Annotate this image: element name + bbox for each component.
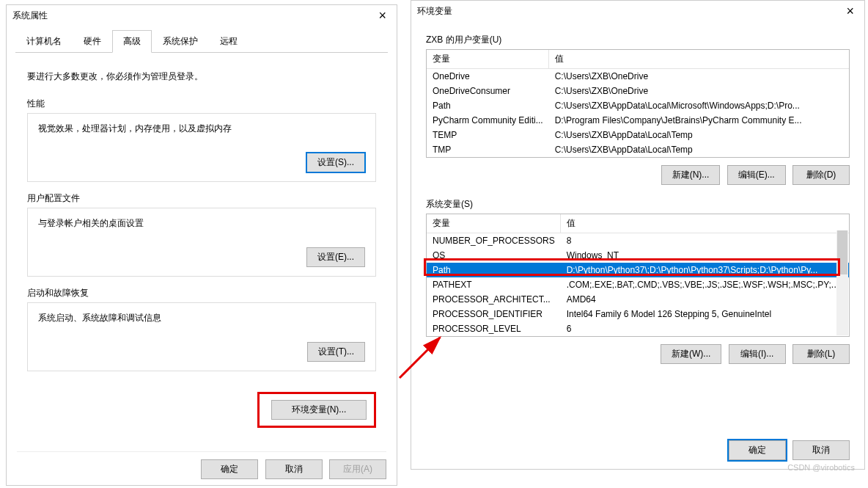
cell-val: .COM;.EXE;.BAT;.CMD;.VBS;.VBE;.JS;.JSE;.… bbox=[561, 277, 849, 292]
cell-val: Windows_NT bbox=[561, 248, 849, 263]
dialog-title: 系统属性 bbox=[12, 10, 48, 22]
tab-content: 要进行大多数更改，你必须作为管理员登录。 性能 视觉效果，处理器计划，内存使用，… bbox=[7, 53, 397, 440]
tab-system-protection[interactable]: 系统保护 bbox=[152, 30, 209, 53]
env-button-highlight: 环境变量(N)... bbox=[257, 392, 376, 428]
cell-var: PATHEXT bbox=[427, 277, 561, 292]
cell-var: OS bbox=[427, 248, 561, 263]
scrollbar-thumb[interactable] bbox=[837, 230, 847, 274]
cell-val: 6 bbox=[561, 321, 849, 336]
cell-var: NUMBER_OF_PROCESSORS bbox=[427, 233, 561, 249]
edit-sys-var-button[interactable]: 编辑(I)... bbox=[729, 344, 786, 364]
cell-var: PROCESSOR_ARCHITECT... bbox=[427, 292, 561, 307]
table-row[interactable]: OneDriveC:\Users\ZXB\OneDrive bbox=[427, 69, 849, 84]
delete-sys-var-button[interactable]: 删除(L) bbox=[792, 344, 850, 364]
scrollbar[interactable] bbox=[836, 230, 848, 335]
close-icon[interactable]: × bbox=[842, 4, 858, 19]
environment-variables-dialog: 环境变量 × ZXB 的用户变量(U) 变量 值 OneDriveC:\User… bbox=[411, 0, 865, 470]
cell-val: C:\Users\ZXB\AppData\Local\Temp bbox=[549, 128, 849, 142]
cell-var: PROCESSOR_LEVEL bbox=[427, 321, 561, 336]
tab-remote[interactable]: 远程 bbox=[209, 30, 249, 53]
performance-group: 性能 视觉效果，处理器计划，内存使用，以及虚拟内存 设置(S)... bbox=[27, 98, 376, 182]
system-vars-section: 系统变量(S) 变量 值 NUMBER_OF_PROCESSORS8OSWind… bbox=[426, 198, 850, 364]
tab-computer-name[interactable]: 计算机名 bbox=[15, 30, 73, 53]
col-value[interactable]: 值 bbox=[549, 50, 849, 69]
user-vars-section: ZXB 的用户变量(U) 变量 值 OneDriveC:\Users\ZXB\O… bbox=[426, 34, 850, 185]
env-button-row: 环境变量(N)... bbox=[27, 392, 376, 428]
new-user-var-button[interactable]: 新建(N)... bbox=[661, 165, 721, 185]
system-vars-buttons: 新建(W)... 编辑(I)... 删除(L) bbox=[426, 344, 850, 364]
edit-user-var-button[interactable]: 编辑(E)... bbox=[727, 165, 786, 185]
tab-advanced[interactable]: 高级 bbox=[112, 30, 152, 53]
user-profile-group: 用户配置文件 与登录帐户相关的桌面设置 设置(E)... bbox=[27, 192, 376, 277]
cell-val: Intel64 Family 6 Model 126 Stepping 5, G… bbox=[561, 307, 849, 321]
delete-user-var-button[interactable]: 删除(D) bbox=[792, 165, 850, 185]
col-variable[interactable]: 变量 bbox=[427, 214, 561, 233]
table-row[interactable]: PROCESSOR_LEVEL6 bbox=[427, 321, 849, 336]
cell-val: C:\Users\ZXB\AppData\Local\Temp bbox=[549, 142, 849, 157]
user-profile-box: 与登录帐户相关的桌面设置 设置(E)... bbox=[27, 208, 376, 277]
cell-val: C:\Users\ZXB\OneDrive bbox=[549, 69, 849, 84]
ok-button[interactable]: 确定 bbox=[729, 440, 786, 460]
dialog-bottom-bar: 确定 取消 bbox=[724, 440, 850, 460]
cell-val: C:\Users\ZXB\AppData\Local\Microsoft\Win… bbox=[549, 98, 849, 113]
cell-val: D:\Program Files\Company\JetBrains\PyCha… bbox=[549, 113, 849, 128]
startup-title: 启动和故障恢复 bbox=[27, 287, 376, 299]
startup-group: 启动和故障恢复 系统启动、系统故障和调试信息 设置(T)... bbox=[27, 287, 376, 371]
cancel-button[interactable]: 取消 bbox=[792, 440, 850, 460]
system-vars-label: 系统变量(S) bbox=[426, 198, 850, 211]
cell-var: PyCharm Community Editi... bbox=[427, 113, 549, 128]
system-vars-table[interactable]: 变量 值 NUMBER_OF_PROCESSORS8OSWindows_NTPa… bbox=[426, 214, 850, 337]
performance-box: 视觉效果，处理器计划，内存使用，以及虚拟内存 设置(S)... bbox=[27, 113, 376, 182]
table-row[interactable]: TMPC:\Users\ZXB\AppData\Local\Temp bbox=[427, 142, 849, 157]
user-vars-buttons: 新建(N)... 编辑(E)... 删除(D) bbox=[426, 165, 850, 185]
table-row[interactable]: PathC:\Users\ZXB\AppData\Local\Microsoft… bbox=[427, 98, 849, 113]
col-variable[interactable]: 变量 bbox=[427, 50, 549, 69]
table-row[interactable]: NUMBER_OF_PROCESSORS8 bbox=[427, 233, 849, 249]
close-icon[interactable]: × bbox=[374, 8, 391, 23]
performance-desc: 视觉效果，处理器计划，内存使用，以及虚拟内存 bbox=[38, 123, 365, 135]
tab-hardware[interactable]: 硬件 bbox=[73, 30, 112, 53]
cell-var: Path bbox=[427, 263, 561, 277]
cell-var: OneDrive bbox=[427, 69, 549, 84]
cell-val: AMD64 bbox=[561, 292, 849, 307]
cell-val: C:\Users\ZXB\OneDrive bbox=[549, 84, 849, 98]
system-properties-dialog: 系统属性 × 计算机名 硬件 高级 系统保护 远程 要进行大多数更改，你必须作为… bbox=[6, 4, 397, 486]
apply-button[interactable]: 应用(A) bbox=[329, 459, 386, 479]
watermark: CSDN @virobotics bbox=[787, 463, 855, 472]
dialog-bottom-bar: 确定 取消 应用(A) bbox=[17, 451, 386, 479]
admin-note: 要进行大多数更改，你必须作为管理员登录。 bbox=[27, 70, 376, 83]
user-profile-settings-button[interactable]: 设置(E)... bbox=[306, 247, 365, 267]
environment-variables-button[interactable]: 环境变量(N)... bbox=[271, 400, 367, 420]
startup-settings-button[interactable]: 设置(T)... bbox=[307, 342, 365, 362]
table-row[interactable]: PyCharm Community Editi...D:\Program Fil… bbox=[427, 113, 849, 128]
cell-var: PROCESSOR_IDENTIFIER bbox=[427, 307, 561, 321]
cell-var: Path bbox=[427, 98, 549, 113]
cell-var: OneDriveConsumer bbox=[427, 84, 549, 98]
startup-box: 系统启动、系统故障和调试信息 设置(T)... bbox=[27, 302, 376, 371]
table-row[interactable]: PROCESSOR_IDENTIFIERIntel64 Family 6 Mod… bbox=[427, 307, 849, 321]
table-row[interactable]: PathD:\Python\Python37\;D:\Python\Python… bbox=[427, 263, 849, 277]
cell-val: D:\Python\Python37\;D:\Python\Python37\S… bbox=[561, 263, 849, 277]
cell-var: TEMP bbox=[427, 128, 549, 142]
cancel-button[interactable]: 取消 bbox=[265, 459, 323, 479]
table-row[interactable]: OSWindows_NT bbox=[427, 248, 849, 263]
user-vars-label: ZXB 的用户变量(U) bbox=[426, 34, 850, 46]
table-row[interactable]: TEMPC:\Users\ZXB\AppData\Local\Temp bbox=[427, 128, 849, 142]
cell-val: 8 bbox=[561, 233, 849, 249]
titlebar: 系统属性 × bbox=[7, 5, 397, 29]
table-row[interactable]: PROCESSOR_ARCHITECT...AMD64 bbox=[427, 292, 849, 307]
cell-var: TMP bbox=[427, 142, 549, 157]
user-profile-title: 用户配置文件 bbox=[27, 192, 376, 205]
startup-desc: 系统启动、系统故障和调试信息 bbox=[38, 312, 365, 324]
ok-button[interactable]: 确定 bbox=[201, 459, 258, 479]
tab-strip: 计算机名 硬件 高级 系统保护 远程 bbox=[15, 29, 388, 53]
performance-settings-button[interactable]: 设置(S)... bbox=[306, 153, 365, 172]
col-value[interactable]: 值 bbox=[561, 214, 849, 233]
performance-title: 性能 bbox=[27, 98, 376, 110]
dialog-title: 环境变量 bbox=[417, 5, 452, 18]
table-row[interactable]: OneDriveConsumerC:\Users\ZXB\OneDrive bbox=[427, 84, 849, 98]
titlebar: 环境变量 × bbox=[411, 1, 864, 25]
user-vars-table[interactable]: 变量 值 OneDriveC:\Users\ZXB\OneDriveOneDri… bbox=[426, 49, 850, 158]
table-row[interactable]: PATHEXT.COM;.EXE;.BAT;.CMD;.VBS;.VBE;.JS… bbox=[427, 277, 849, 292]
new-sys-var-button[interactable]: 新建(W)... bbox=[661, 344, 721, 364]
